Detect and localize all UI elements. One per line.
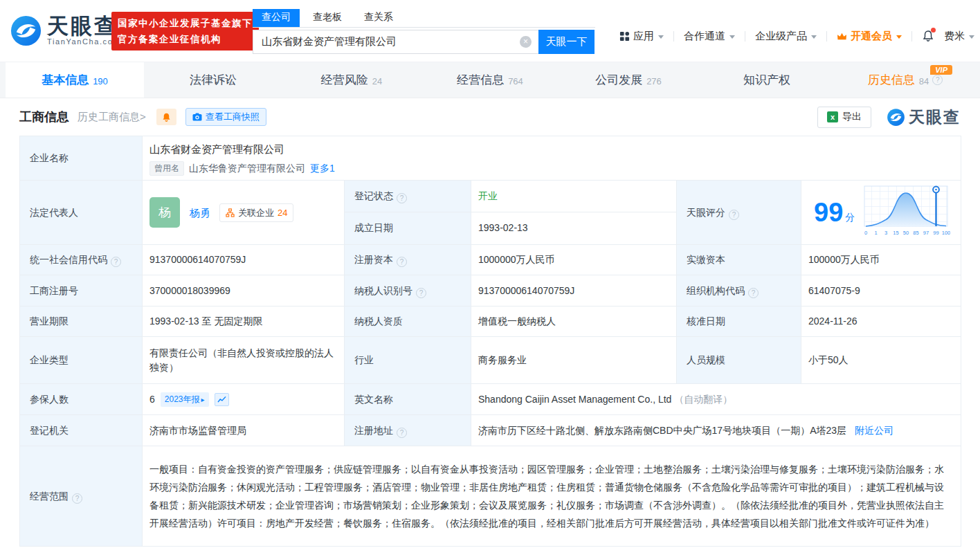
search-tab-company[interactable]: 查公司 xyxy=(253,9,300,27)
help-icon[interactable] xyxy=(111,257,121,267)
table-row: 工商注册号 370000018039969 纳税人识别号 91370000614… xyxy=(20,275,961,307)
field-label-credit-code: 统一社会信用代码 xyxy=(20,245,143,275)
notification-bell-icon[interactable] xyxy=(922,30,934,42)
nav-vip-label: 开通会员 xyxy=(851,30,892,43)
crown-icon xyxy=(837,32,847,41)
tab-label: 经营风险 xyxy=(321,72,368,88)
help-icon[interactable] xyxy=(932,75,943,85)
related-companies-badge[interactable]: 关联企业 24 xyxy=(219,203,293,222)
field-label-term: 营业期限 xyxy=(20,307,143,337)
monitor-bell-button[interactable] xyxy=(156,109,176,125)
tab-label: 基本信息 xyxy=(42,72,89,88)
business-scope-value: 一般项目：自有资金投资的资产管理服务；供应链管理服务；以自有资金从事投资活动；园… xyxy=(143,446,961,547)
help-icon[interactable] xyxy=(416,288,426,298)
trend-chart-icon[interactable] xyxy=(215,393,229,406)
tab-basic-info[interactable]: 基本信息 190 xyxy=(6,62,144,98)
company-type-value: 有限责任公司（非自然人投资或控股的法人独资） xyxy=(143,337,345,384)
auto-translate-note: （自动翻译） xyxy=(674,394,732,405)
field-label-approve-date: 核准日期 xyxy=(677,307,801,337)
help-icon[interactable] xyxy=(72,493,82,504)
company-name: 山东省财金资产管理有限公司 xyxy=(149,142,954,156)
logo-icon xyxy=(10,15,42,47)
reg-status-value: 开业 xyxy=(471,181,677,212)
score-value: 99 xyxy=(814,199,843,226)
field-label-taxpayer-no: 纳税人识别号 xyxy=(345,275,471,307)
table-row: 统一社会信用代码 91370000614070759J 注册资本 1000000… xyxy=(20,245,961,275)
search-tab-boss[interactable]: 查老板 xyxy=(304,9,351,27)
nav-apps[interactable]: 应用 xyxy=(619,30,664,43)
svg-text:3: 3 xyxy=(884,230,887,236)
english-name-cell: Shandong Caijin Asset Management Co., Lt… xyxy=(471,384,961,415)
tab-count: 84 xyxy=(919,76,929,86)
former-name: 山东华鲁资产管理有限公司 xyxy=(189,161,305,176)
field-label-english-name: 英文名称 xyxy=(345,384,471,415)
vip-badge: VIP xyxy=(930,65,952,75)
legal-rep-avatar[interactable]: 杨 xyxy=(149,197,180,228)
tab-history-info[interactable]: VIP 历史信息 84 xyxy=(836,62,974,98)
excel-icon xyxy=(827,111,838,122)
tianyancha-logo[interactable]: 天眼查 TianYanCha.com xyxy=(10,15,120,47)
company-name-cell: 山东省财金资产管理有限公司 曾用名 山东华鲁资产管理有限公司 更多1 xyxy=(143,136,961,181)
address-value: 济南市历下区经十路北侧、解放东路南侧CBD中央广场17号地块项目（一期）A塔23… xyxy=(478,425,846,436)
search-tab-relation[interactable]: 查关系 xyxy=(355,9,402,27)
tab-business-risk[interactable]: 经营风险 24 xyxy=(282,62,421,98)
help-icon[interactable] xyxy=(729,210,739,220)
search-input[interactable] xyxy=(253,30,538,54)
field-label-insured: 参保人数 xyxy=(20,384,143,415)
insured-count: 6 xyxy=(149,392,155,407)
annual-report-badge[interactable]: 2023年报 xyxy=(161,392,209,407)
business-info-table: 企业名称 山东省财金资产管理有限公司 曾用名 山东华鲁资产管理有限公司 更多1 … xyxy=(19,136,961,547)
nav-open-vip[interactable]: 开通会员 xyxy=(837,30,902,43)
nav-partners-label: 合作通道 xyxy=(684,30,725,43)
business-snapshot-button[interactable]: 查看工商快照 xyxy=(185,108,266,126)
field-label-company-type: 企业类型 xyxy=(20,337,143,384)
score-unit: 分 xyxy=(845,210,855,225)
nav-partners[interactable]: 合作通道 xyxy=(684,30,735,43)
tab-legal-litigation[interactable]: 法律诉讼 xyxy=(144,62,282,98)
est-date-value: 1993-02-13 xyxy=(471,212,677,244)
divider xyxy=(673,31,674,42)
tab-business-info[interactable]: 经营信息 764 xyxy=(421,62,559,98)
field-label-score: 天眼评分 xyxy=(677,181,801,245)
help-icon[interactable] xyxy=(397,428,407,438)
export-button-label: 导出 xyxy=(842,111,862,123)
field-label-company-name: 企业名称 xyxy=(20,136,143,181)
related-companies-label: 关联企业 xyxy=(238,206,274,220)
export-button[interactable]: 导出 xyxy=(817,107,871,128)
apps-grid-icon xyxy=(619,31,630,42)
tab-intellectual-property[interactable]: 知识产权 xyxy=(698,62,836,98)
chevron-down-icon xyxy=(729,35,735,39)
tab-count: 24 xyxy=(372,76,382,86)
search-area: 查公司 查老板 查关系 天眼一下 xyxy=(253,9,595,54)
chevron-down-icon xyxy=(658,35,664,39)
history-business-info-link[interactable]: 历史工商信息> xyxy=(78,111,146,124)
brand-domain: TianYanCha.com xyxy=(47,37,120,46)
english-name-value: Shandong Caijin Asset Management Co., Lt… xyxy=(478,394,671,405)
tab-label: 法律诉讼 xyxy=(190,72,237,88)
help-icon[interactable] xyxy=(397,257,407,267)
nav-user-menu[interactable]: 费米 xyxy=(944,30,974,43)
nav-enterprise[interactable]: 企业级产品 xyxy=(755,30,817,43)
help-icon[interactable] xyxy=(397,193,407,203)
address-cell: 济南市历下区经十路北侧、解放东路南侧CBD中央广场17号地块项目（一期）A塔23… xyxy=(471,415,961,446)
more-former-names-link[interactable]: 更多1 xyxy=(310,161,335,176)
field-label-reg-authority: 登记机关 xyxy=(20,415,143,446)
field-label-legal-rep: 法定代表人 xyxy=(20,181,143,245)
score-distribution-chart[interactable]: 0 1 3 15 50 85 97 99 100 xyxy=(863,183,950,241)
tab-company-development[interactable]: 公司发展 276 xyxy=(559,62,698,98)
divider xyxy=(911,31,912,42)
search-button[interactable]: 天眼一下 xyxy=(538,30,595,54)
cert-line-2: 官方备案企业征信机构 xyxy=(118,31,253,47)
legal-rep-name-link[interactable]: 杨勇 xyxy=(190,206,210,220)
clear-search-icon[interactable] xyxy=(520,36,532,48)
watermark-brand-text: 天眼查 xyxy=(909,107,961,128)
nav-enterprise-label: 企业级产品 xyxy=(755,30,807,43)
table-row: 参保人数 6 2023年报 英文名称 Shandong Caijin Asset… xyxy=(20,384,961,415)
table-row: 法定代表人 杨 杨勇 关联企业 24 登记状态 开业 天眼评分 99 分 xyxy=(20,181,961,212)
watermark-logo: 天眼查 xyxy=(887,107,961,128)
svg-text:97: 97 xyxy=(923,230,929,236)
help-icon[interactable] xyxy=(748,288,759,298)
nearby-companies-link[interactable]: 附近公司 xyxy=(855,425,893,436)
divider xyxy=(745,31,745,42)
svg-text:0: 0 xyxy=(864,230,867,236)
